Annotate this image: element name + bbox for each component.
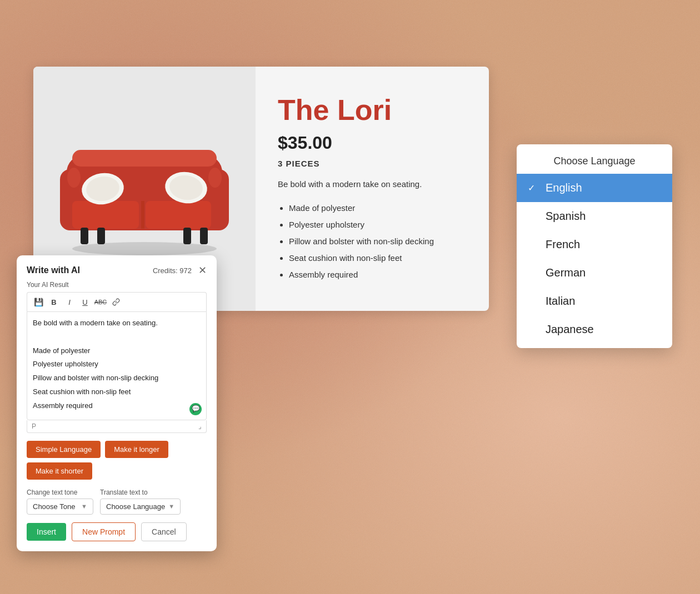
make-longer-button[interactable]: Make it longer [105,441,168,458]
language-option-english[interactable]: ✓ English [517,174,672,202]
svg-rect-6 [72,201,139,229]
editor-footer: P ⌟ [27,420,207,433]
bottom-buttons: Insert New Prompt Cancel [27,522,207,541]
language-dropdown-header: Choose Language [517,149,672,174]
product-title: The Lori [278,94,467,126]
language-dropdown[interactable]: Choose Language ✓ English ✓ Spanish ✓ Fr… [517,144,672,348]
editor-area[interactable]: Be bold with a modern take on seating. M… [27,311,207,420]
language-option-spanish[interactable]: ✓ Spanish [517,202,672,230]
ai-panel: Write with AI Credits: 972 ✕ Your AI Res… [17,255,217,551]
language-option-french[interactable]: ✓ French [517,230,672,259]
make-shorter-button[interactable]: Make it shorter [27,462,92,480]
ai-panel-header: Write with AI Credits: 972 ✕ [27,265,207,275]
editor-line-4: Polyester upholstery [33,359,201,370]
svg-point-18 [208,168,222,188]
editor-toolbar: 💾 B I U ABC [27,292,207,311]
chat-icon: 💬 [189,403,202,415]
italic-button[interactable]: I [63,295,76,309]
language-option-japanese[interactable]: ✓ Japanese [517,315,672,344]
bold-button[interactable]: B [47,295,61,309]
insert-button[interactable]: Insert [27,523,66,541]
feature-item: Pillow and bolster with non-slip decking [289,233,467,250]
chevron-down-icon: ▼ [81,503,87,510]
editor-line-2 [33,331,201,343]
svg-point-17 [67,168,81,188]
language-select-dropdown[interactable]: Choose Language ▼ [100,499,181,515]
header-right: Credits: 972 ✕ [153,265,207,275]
product-price: $35.00 [278,133,467,153]
language-select-group: Translate text to Choose Language ▼ [100,489,181,515]
product-details: The Lori $35.00 3 PIECES Be bold with a … [256,67,489,311]
feature-item: Polyester upholstery [289,217,467,233]
link-button[interactable] [109,295,123,309]
language-label-english: English [546,182,582,194]
svg-rect-3 [72,150,217,167]
resize-handle[interactable]: ⌟ [198,422,202,430]
language-option-italian[interactable]: ✓ Italian [517,287,672,315]
language-label-french: French [546,238,580,251]
strikethrough-button[interactable]: ABC [94,295,107,309]
language-option-german[interactable]: ✓ German [517,259,672,287]
tone-select-group: Change text tone Choose Tone ▼ [27,489,93,515]
tone-value: Choose Tone [33,502,75,511]
check-icon: ✓ [528,183,539,193]
tone-dropdown[interactable]: Choose Tone ▼ [27,499,93,515]
chevron-down-icon: ▼ [168,503,174,510]
ai-result-label: Your AI Result [27,281,207,289]
feature-item: Seat cushion with non-slip feet [289,250,467,266]
editor-line-7: Assembly required [33,400,201,412]
language-label: Translate text to [100,489,181,496]
editor-line-3: Made of polyester [33,345,201,357]
simple-language-button[interactable]: Simple Language [27,441,101,458]
svg-rect-7 [146,201,211,229]
feature-item: Made of polyester [289,200,467,217]
language-value: Choose Language [106,502,165,511]
svg-rect-14 [97,228,105,244]
ai-panel-credits: Credits: 972 [153,266,192,275]
editor-tag: P [32,422,36,430]
close-icon[interactable]: ✕ [198,265,207,275]
language-label-japanese: Japanese [546,323,594,336]
ai-panel-title: Write with AI [27,265,80,275]
language-label-italian: Italian [546,295,575,308]
editor-line-1: Be bold with a modern take on seating. [33,318,201,329]
svg-point-0 [72,242,217,255]
save-button[interactable]: 💾 [32,295,45,309]
svg-rect-13 [81,228,88,244]
selects-row: Change text tone Choose Tone ▼ Translate… [27,489,207,515]
new-prompt-button[interactable]: New Prompt [72,522,136,541]
svg-rect-15 [183,228,191,244]
product-description: Be bold with a modern take on seating. [278,178,467,191]
action-buttons: Simple Language Make it longer Make it s… [27,441,207,480]
language-label-german: German [546,266,586,279]
feature-item: Assembly required [289,266,467,283]
cancel-button[interactable]: Cancel [141,522,187,541]
language-label-spanish: Spanish [546,210,586,223]
svg-rect-16 [200,228,208,244]
editor-line-5: Pillow and bolster with non-slip decking [33,372,201,384]
tone-label: Change text tone [27,489,93,496]
editor-line-6: Seat cushion with non-slip feet [33,386,201,398]
sofa-image [50,111,239,266]
product-pieces: 3 PIECES [278,159,467,168]
svg-rect-8 [141,201,144,229]
underline-button[interactable]: U [78,295,92,309]
product-features: Made of polyester Polyester upholstery P… [278,200,467,283]
